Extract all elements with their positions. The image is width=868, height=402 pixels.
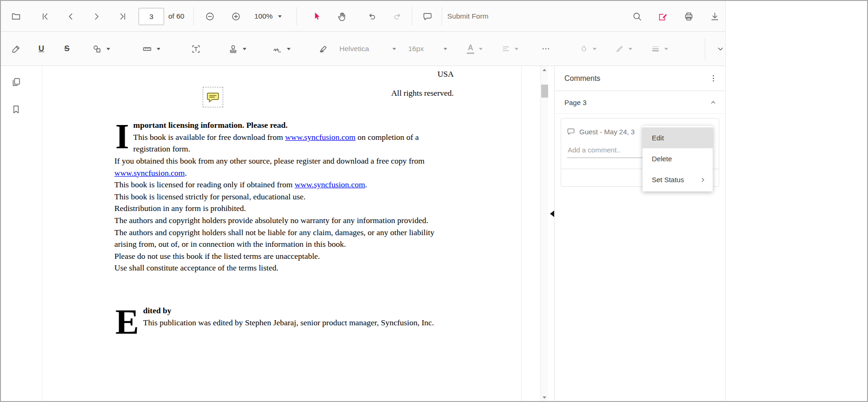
drop-cap: E: [115, 305, 139, 338]
next-page-icon: [92, 12, 101, 21]
menu-item-set-status[interactable]: Set Status: [643, 169, 713, 190]
zoom-level-dropdown[interactable]: 100%: [254, 7, 282, 25]
undo-button[interactable]: [363, 7, 380, 25]
first-page-button[interactable]: [36, 7, 54, 25]
calibrate-icon: [142, 44, 152, 54]
kebab-icon: [709, 74, 718, 83]
redo-button[interactable]: [389, 7, 406, 25]
page-number-input[interactable]: [139, 8, 164, 25]
bold-text: dited by: [143, 306, 172, 315]
collapse-group-button[interactable]: [705, 94, 722, 111]
document-paragraph: Use shall constitute acceptance of the t…: [114, 262, 454, 274]
ink-icon: [318, 44, 328, 54]
toolbar-collapse-button[interactable]: [711, 40, 729, 58]
panel-collapse-handle[interactable]: [550, 211, 554, 217]
print-button[interactable]: [680, 7, 697, 25]
body-text: .: [185, 168, 186, 178]
freetext-icon: [191, 44, 201, 54]
fill-color-dropdown[interactable]: [575, 40, 602, 58]
font-family-value: Helvetica: [339, 45, 388, 53]
document-paragraph: Please do not use this book if the liste…: [114, 250, 454, 263]
document-paragraph: This book is licensed for reading only i…: [114, 179, 454, 191]
vertical-scrollbar[interactable]: [540, 66, 548, 401]
caret-down-icon: [392, 48, 396, 50]
next-page-button[interactable]: [87, 7, 105, 25]
scrollbar-thumb[interactable]: [541, 85, 548, 98]
text-selection-tool-button[interactable]: [308, 7, 325, 25]
ink-button[interactable]: [314, 40, 332, 58]
font-family-dropdown[interactable]: Helvetica: [339, 40, 396, 58]
sticky-note-icon: [206, 90, 220, 104]
strikethrough-icon: S: [64, 44, 69, 53]
last-page-button[interactable]: [113, 7, 131, 25]
font-color-icon: A: [467, 44, 474, 53]
page-group-header[interactable]: Page 3: [555, 91, 725, 114]
download-icon: [710, 12, 720, 21]
toolbar-separator: [193, 7, 194, 26]
font-color-dropdown[interactable]: A: [461, 40, 488, 58]
document-paragraph: If you obtained this book from any other…: [114, 155, 454, 179]
undo-icon: [367, 12, 377, 21]
organize-pages-button[interactable]: [7, 72, 25, 91]
highlight-button[interactable]: [7, 40, 25, 58]
document-paragraph: The authors and copyright holders provid…: [114, 215, 454, 227]
main-toolbar: of 60 100%: [1, 1, 725, 32]
scroll-down-button[interactable]: [541, 394, 548, 401]
body-text: This book is licensed for reading only i…: [114, 180, 295, 189]
font-size-value: 16px: [408, 45, 439, 53]
scroll-down-icon: [543, 396, 546, 399]
thickness-dropdown[interactable]: [646, 40, 673, 58]
body-text: Use shall constitute acceptance of the t…: [114, 263, 278, 272]
shapes-dropdown[interactable]: [86, 40, 115, 58]
comments-options-button[interactable]: [705, 70, 722, 87]
add-comment-input[interactable]: [567, 146, 645, 158]
zoom-level-value: 100%: [254, 12, 273, 20]
zoom-in-button[interactable]: [227, 7, 245, 25]
free-text-button[interactable]: [187, 40, 205, 58]
pan-tool-button[interactable]: [333, 7, 351, 25]
bookmarks-button[interactable]: [7, 100, 25, 119]
add-comment-button[interactable]: [418, 7, 436, 25]
underline-button[interactable]: U: [33, 40, 50, 58]
zoom-out-button[interactable]: [201, 7, 219, 25]
annotation-toolbar-toggle-button[interactable]: [654, 7, 671, 25]
document-paragraph: Important licensing information. Please …: [114, 119, 454, 155]
toolbar-separator: [442, 7, 442, 26]
pan-tool-icon: [337, 12, 347, 21]
search-button[interactable]: [628, 7, 646, 25]
caret-down-icon: [664, 48, 668, 50]
document-header-line: All rights reserved.: [114, 87, 454, 99]
folder-open-icon: [11, 12, 21, 21]
previous-page-button[interactable]: [62, 7, 80, 25]
submit-form-button[interactable]: Submit Form: [447, 1, 489, 32]
comments-panel-header: Comments: [555, 66, 725, 91]
document-page[interactable]: USA All rights reserved. Important licen…: [42, 66, 522, 401]
hyperlink[interactable]: www.syncfusion.com: [295, 180, 365, 189]
stroke-color-dropdown[interactable]: [610, 40, 637, 58]
document-header-line: USA: [114, 66, 454, 80]
hyperlink[interactable]: www.syncfusion.com: [114, 168, 185, 178]
sticky-note-annotation[interactable]: [203, 87, 223, 107]
search-icon: [632, 12, 642, 21]
hyperlink[interactable]: www.syncfusion.com: [285, 132, 355, 142]
document-header: USA All rights reserved.: [114, 66, 454, 99]
caret-down-icon: [106, 48, 110, 50]
menu-item-delete[interactable]: Delete: [643, 148, 713, 169]
stamp-dropdown[interactable]: [223, 40, 252, 58]
font-size-dropdown[interactable]: 16px: [408, 40, 447, 58]
text-align-icon: [502, 45, 510, 53]
caret-down-icon: [278, 15, 282, 18]
open-file-button[interactable]: [7, 7, 25, 25]
text-align-dropdown[interactable]: [497, 40, 523, 58]
calibrate-dropdown[interactable]: [137, 40, 166, 58]
scroll-up-button[interactable]: [541, 66, 548, 73]
drop-cap: I: [115, 119, 129, 153]
strikethrough-button[interactable]: S: [58, 40, 76, 58]
print-icon: [684, 12, 694, 21]
signature-dropdown[interactable]: [267, 40, 296, 58]
download-button[interactable]: [706, 7, 723, 25]
menu-item-edit[interactable]: Edit: [643, 127, 713, 148]
more-text-options-button[interactable]: [537, 40, 555, 58]
thickness-icon: [651, 45, 660, 53]
bold-text: mportant licensing information. Please r…: [133, 120, 288, 130]
